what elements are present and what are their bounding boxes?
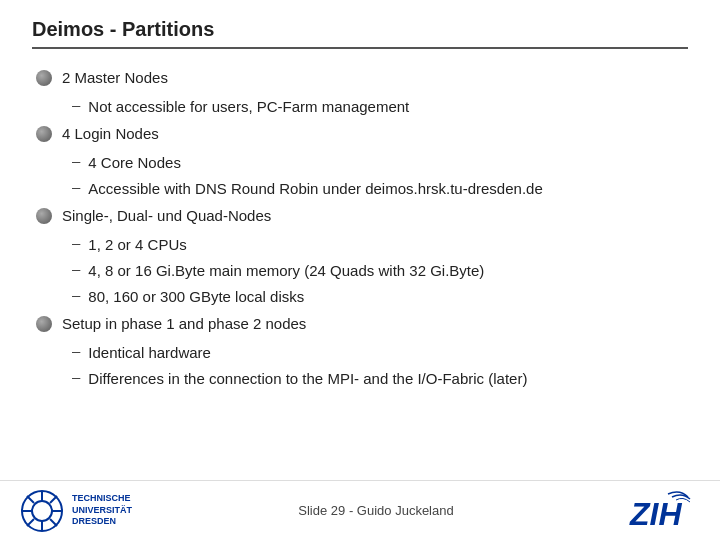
bullet-icon-master bbox=[36, 70, 52, 86]
slide-footer: TECHNISCHE UNIVERSITÄT DRESDEN Slide 29 … bbox=[0, 480, 720, 540]
sub-text-quad-2: 80, 160 or 300 GByte local disks bbox=[88, 286, 304, 307]
sub-text-setup-1: Differences in the connection to the MPI… bbox=[88, 368, 527, 389]
title-area: Deimos - Partitions bbox=[32, 18, 688, 49]
bullet-icon-quad bbox=[36, 208, 52, 224]
footer-center-text: Slide 29 - Guido Juckeland bbox=[132, 503, 620, 518]
svg-line-7 bbox=[50, 519, 57, 526]
zih-logo-svg: ZIH bbox=[620, 489, 700, 533]
bullet-login-nodes: 4 Login Nodes bbox=[36, 123, 688, 144]
sub-list-master: – Not accessible for users, PC-Farm mana… bbox=[72, 96, 688, 117]
sub-list-login: – 4 Core Nodes – Accessible with DNS Rou… bbox=[72, 152, 688, 199]
sub-item-login-0: – 4 Core Nodes bbox=[72, 152, 688, 173]
svg-line-9 bbox=[27, 519, 34, 526]
sub-list-setup: – Identical hardware – Differences in th… bbox=[72, 342, 688, 389]
svg-line-6 bbox=[27, 496, 34, 503]
sub-item-quad-0: – 1, 2 or 4 CPUs bbox=[72, 234, 688, 255]
sub-text-quad-1: 4, 8 or 16 Gi.Byte main memory (24 Quads… bbox=[88, 260, 484, 281]
sub-list-quad: – 1, 2 or 4 CPUs – 4, 8 or 16 Gi.Byte ma… bbox=[72, 234, 688, 307]
slide-container: Deimos - Partitions 2 Master Nodes – Not… bbox=[0, 0, 720, 540]
bullet-icon-setup bbox=[36, 316, 52, 332]
bullet-master-nodes: 2 Master Nodes bbox=[36, 67, 688, 88]
bullet-setup-phase: Setup in phase 1 and phase 2 nodes bbox=[36, 313, 688, 334]
svg-line-8 bbox=[50, 496, 57, 503]
sub-item-setup-0: – Identical hardware bbox=[72, 342, 688, 363]
sub-text-setup-0: Identical hardware bbox=[88, 342, 211, 363]
slide-content: 2 Master Nodes – Not accessible for user… bbox=[32, 67, 688, 389]
sub-text-login-0: 4 Core Nodes bbox=[88, 152, 181, 173]
slide-title: Deimos - Partitions bbox=[32, 18, 214, 40]
svg-point-1 bbox=[32, 501, 52, 521]
tud-logo-area: TECHNISCHE UNIVERSITÄT DRESDEN bbox=[20, 489, 132, 533]
sub-item-login-1: – Accessible with DNS Round Robin under … bbox=[72, 178, 688, 199]
bullet-quad-nodes: Single-, Dual- und Quad-Nodes bbox=[36, 205, 688, 226]
bullet-text-master: 2 Master Nodes bbox=[62, 67, 168, 88]
bullet-text-login: 4 Login Nodes bbox=[62, 123, 159, 144]
bullet-icon-login bbox=[36, 126, 52, 142]
svg-text:ZIH: ZIH bbox=[629, 496, 682, 532]
sub-item-quad-1: – 4, 8 or 16 Gi.Byte main memory (24 Qua… bbox=[72, 260, 688, 281]
tud-text-block: TECHNISCHE UNIVERSITÄT DRESDEN bbox=[72, 493, 132, 528]
sub-text-quad-0: 1, 2 or 4 CPUs bbox=[88, 234, 186, 255]
bullet-text-setup: Setup in phase 1 and phase 2 nodes bbox=[62, 313, 306, 334]
tud-logo-svg bbox=[20, 489, 64, 533]
sub-text-master-0: Not accessible for users, PC-Farm manage… bbox=[88, 96, 409, 117]
zih-logo-area: ZIH bbox=[620, 489, 700, 533]
sub-text-login-1: Accessible with DNS Round Robin under de… bbox=[88, 178, 542, 199]
sub-item-master-0: – Not accessible for users, PC-Farm mana… bbox=[72, 96, 688, 117]
sub-item-setup-1: – Differences in the connection to the M… bbox=[72, 368, 688, 389]
bullet-text-quad: Single-, Dual- und Quad-Nodes bbox=[62, 205, 271, 226]
sub-item-quad-2: – 80, 160 or 300 GByte local disks bbox=[72, 286, 688, 307]
